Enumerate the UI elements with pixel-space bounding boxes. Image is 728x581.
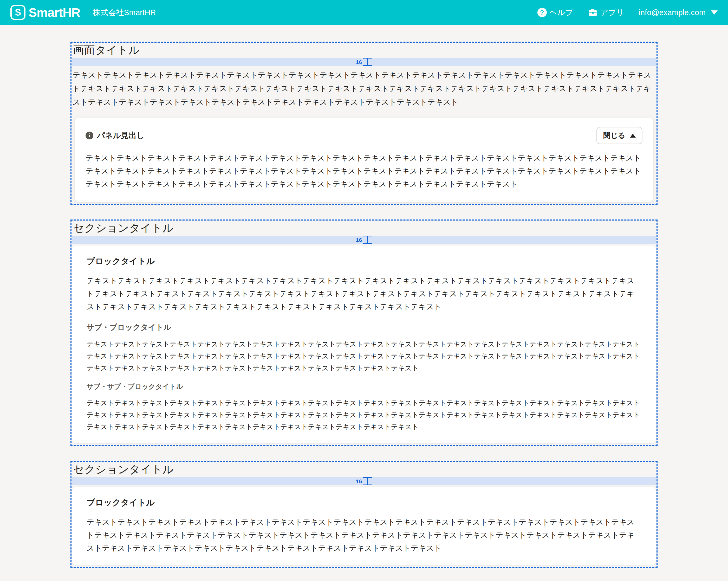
panel-header: i パネル見出し 閉じる [85, 127, 643, 144]
help-link[interactable]: ? ヘルプ [538, 7, 573, 18]
page-content: 画面タイトル 16 テキストテキストテキストテキストテキストテキストテキストテキ… [71, 42, 657, 580]
block-text: テキストテキストテキストテキストテキストテキストテキストテキストテキストテキスト… [86, 274, 642, 313]
tenant-name: 株式会社SmartHR [93, 7, 156, 18]
apps-link[interactable]: アプリ [588, 7, 624, 18]
spacing-value: 16 [356, 237, 362, 243]
smarthr-logo-icon: S [10, 5, 25, 20]
spacing-value: 16 [356, 479, 362, 484]
screen-section: 画面タイトル 16 テキストテキストテキストテキストテキストテキストテキストテキ… [71, 42, 657, 205]
spacing-band: 16 [72, 58, 656, 66]
sub-block-title: サブ・ブロックタイトル [86, 323, 642, 332]
section-2: セクションタイトル 16 ブロックタイトル テキストテキストテキストテキストテキ… [71, 220, 657, 446]
spacing-gauge: 16 [356, 236, 372, 244]
section-2-title: セクションタイトル [72, 222, 656, 234]
close-panel-button[interactable]: 閉じる [596, 127, 643, 144]
spacing-ibeam-icon [363, 236, 372, 244]
spacing-value: 16 [356, 59, 362, 65]
lead-paragraph: テキストテキストテキストテキストテキストテキストテキストテキストテキストテキスト… [72, 68, 656, 109]
section-3: セクションタイトル 16 ブロックタイトル テキストテキストテキストテキストテキ… [71, 461, 657, 568]
spacing-band: 16 [72, 477, 656, 485]
sub-sub-block-title: サブ・サブ・ブロックタイトル [86, 382, 642, 390]
sub-sub-block-text: テキストテキストテキストテキストテキストテキストテキストテキストテキストテキスト… [86, 397, 642, 433]
caret-up-icon [630, 134, 636, 137]
close-button-label: 閉じる [603, 130, 625, 141]
app-header: S SmartHR 株式会社SmartHR ? ヘルプ アプリ info@exa… [0, 0, 728, 25]
spacing-band: 16 [72, 236, 656, 244]
spacing-gauge: 16 [356, 477, 372, 485]
block-title: ブロックタイトル [86, 497, 642, 508]
sub-block-text: テキストテキストテキストテキストテキストテキストテキストテキストテキストテキスト… [86, 338, 642, 374]
section-2-card: ブロックタイトル テキストテキストテキストテキストテキストテキストテキストテキス… [72, 246, 656, 443]
section-3-title: セクションタイトル [72, 463, 656, 475]
info-icon: i [85, 132, 93, 140]
spacing-ibeam-icon [363, 477, 372, 485]
help-label: ヘルプ [549, 7, 573, 18]
logo-letter: S [15, 7, 21, 18]
account-menu[interactable]: info@example.com [639, 8, 718, 17]
panel: i パネル見出し 閉じる テキストテキストテキストテキストテキストテキストテキス… [75, 118, 653, 202]
spacing-ibeam-icon [363, 58, 372, 66]
panel-title: パネル見出し [97, 130, 145, 141]
briefcase-icon [588, 8, 598, 17]
panel-body-text: テキストテキストテキストテキストテキストテキストテキストテキストテキストテキスト… [85, 151, 643, 191]
block-text: テキストテキストテキストテキストテキストテキストテキストテキストテキストテキスト… [86, 515, 642, 554]
panel-header-left: i パネル見出し [85, 130, 145, 141]
caret-down-icon [711, 10, 718, 15]
account-email: info@example.com [639, 8, 706, 17]
apps-label: アプリ [600, 7, 624, 18]
section-3-card: ブロックタイトル テキストテキストテキストテキストテキストテキストテキストテキス… [72, 487, 656, 565]
brand-name: SmartHR [29, 5, 80, 20]
block-title: ブロックタイトル [86, 256, 642, 266]
question-circle-icon: ? [538, 8, 547, 17]
spacing-gauge: 16 [356, 58, 372, 66]
screen-title: 画面タイトル [72, 44, 656, 56]
